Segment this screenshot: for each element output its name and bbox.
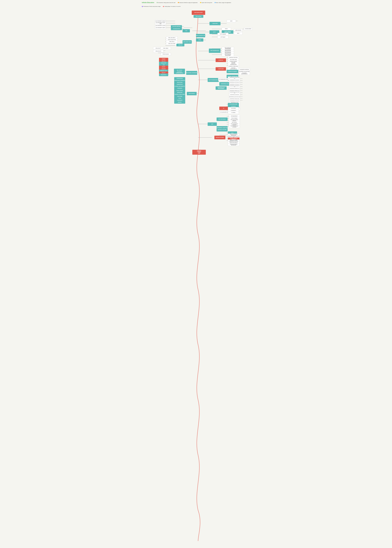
- basic-usage-git-node[interactable]: BASIC USAGE OF GIT: [196, 34, 205, 37]
- start-learning-button[interactable]: Start learning: [194, 15, 203, 18]
- nginx-node[interactable]: NGINX: [222, 28, 231, 30]
- legend-basic: Basic: Basic usage and application: [215, 2, 231, 3]
- php-anonymous-node[interactable]: PHP ANONYMOUS CLASSES: [229, 125, 240, 128]
- php-framework-points-node[interactable]: PHP FRAMEWORK POINTS: [218, 78, 229, 81]
- abstract-factory-node[interactable]: ABSTRACT FACTORY: [217, 128, 228, 131]
- json-apis-node[interactable]: JSON APIS: [210, 22, 220, 25]
- symfony-node[interactable]: SYMFONY: [216, 58, 226, 62]
- oop-node[interactable]: OOP: [208, 123, 217, 126]
- header: Infinite Education Introduction: Being a…: [141, 1, 251, 7]
- php-developer-node[interactable]: PHP DEVELOPER: [192, 11, 205, 15]
- composer-node[interactable]: COMPOSER: [216, 67, 226, 71]
- html-tag-img-node[interactable]: HTML TAG IMG: [161, 53, 171, 56]
- html-basic-tags-node[interactable]: HTML BASIC TAGS: [182, 40, 192, 44]
- relational-db-node[interactable]: RELATIONAL DATABASES: [186, 71, 197, 75]
- http-body-node[interactable]: HTTP BODY: [217, 36, 228, 38]
- wordpress-for-programmers-node[interactable]: WORDPRESS FOR PROGRAMMERS: [216, 86, 227, 90]
- php-oop-basics-node[interactable]: PHP OOP BASICS: [217, 117, 228, 121]
- design-patterns-node[interactable]: DESIGN PATTERNS: [214, 136, 225, 139]
- css-selector-node[interactable]: CSS SELECTOR: [171, 28, 182, 30]
- php-interface-serializable-node[interactable]: PHP INTERFACE SERIALIZABLE: [222, 54, 234, 56]
- cookie-based-node[interactable]: COOKIE BASED: [244, 28, 252, 30]
- yii-views-node[interactable]: YII VIEWS: [228, 111, 239, 114]
- sequence-node[interactable]: SEQUENCE: [159, 73, 168, 76]
- rest-node[interactable]: REST: [234, 32, 243, 35]
- main-container: Infinite Education Introduction: Being a…: [141, 0, 251, 545]
- web-session-node[interactable]: WEB SESSION: [234, 29, 243, 32]
- yii-node[interactable]: YII: [219, 107, 228, 110]
- symfony-configuration-node[interactable]: SYMFONY CONFIGURATION: [228, 67, 239, 70]
- css-prop-width-node[interactable]: CSS PROPERTY WIDTH: [155, 26, 166, 29]
- php-syntax-node[interactable]: PHP SYNTAX: [187, 92, 197, 95]
- css-node[interactable]: CSS: [182, 29, 190, 32]
- db-normalization-node[interactable]: DATABASE NORMALIZATION: [174, 71, 185, 74]
- legend-introduction: Introduction: Being aware about the skil…: [157, 2, 175, 3]
- php-interfaces-node[interactable]: PHP INTERFACES: [209, 49, 220, 53]
- diagram-area: PHP DEVELOPER Start learning JSON APIS J…: [141, 7, 251, 541]
- json-node[interactable]: JSON: [227, 20, 236, 22]
- legend-professional: Professional: Perfect and precise usage: [142, 6, 161, 7]
- legend-cutting-edge: Cutting Edge: It is science, it is an Ar…: [163, 6, 181, 7]
- eloquent-relationships-node[interactable]: ELOQUENT RELATIONSHIPS: [239, 72, 250, 75]
- http-header-node[interactable]: HTTP HEADER: [217, 33, 228, 36]
- html-div-node[interactable]: HTML DIV: [176, 44, 184, 46]
- html-table-node[interactable]: HTML TABLE: [161, 47, 171, 50]
- brand-logo: Infinite Education: [142, 2, 154, 3]
- php-framework-node[interactable]: PHP FRAMEWORK: [208, 78, 219, 82]
- design-patterns-decorator-node[interactable]: DESIGN PATTERNS DECORATOR: [228, 143, 239, 146]
- html-tag-td-node[interactable]: HTML TAG TD: [153, 50, 164, 53]
- legend-expert: Expert: Best among best: [200, 2, 212, 3]
- laravel-eloquent-node[interactable]: LARAVEL ELOQUENT: [227, 70, 238, 73]
- errors-node[interactable]: ERRORS: [174, 101, 185, 104]
- wordpress-apis-node[interactable]: WORDPRESS APIS: [219, 82, 230, 86]
- html-node[interactable]: HTML: [196, 38, 203, 42]
- legend-advanced: Advanced: Effective usage and applicatio…: [178, 2, 198, 3]
- html-tag-form-node[interactable]: HTML TAG FORM: [166, 42, 178, 45]
- finish-node[interactable]: FINISH ▼ Basic PHP: [192, 150, 206, 155]
